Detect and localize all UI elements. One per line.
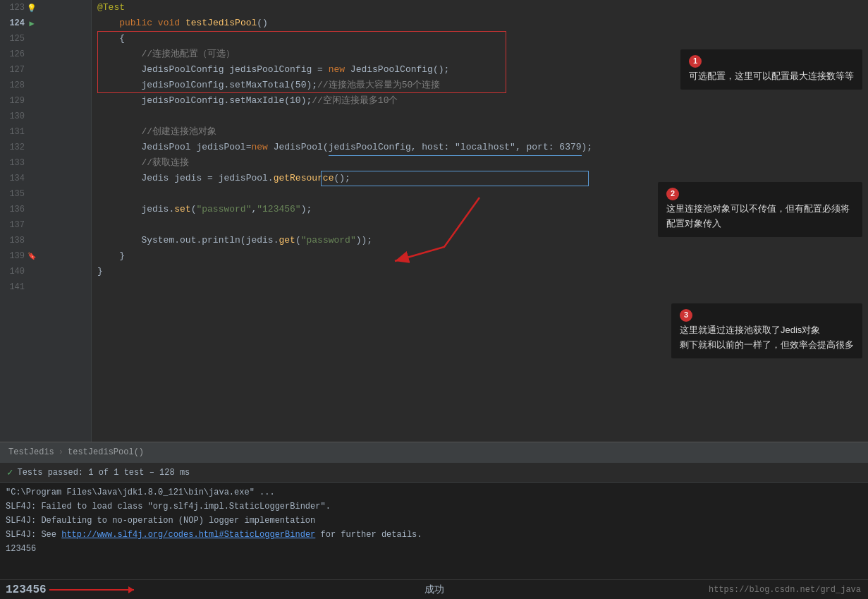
line-num-138: 138	[0, 236, 25, 246]
console-line-5: 123456	[6, 542, 862, 556]
test-passed-icon: ✓	[7, 466, 13, 478]
line-row: 137	[0, 217, 91, 233]
line-numbers: 123 💡 124 ▶ 125 126	[0, 0, 91, 295]
code-token: jedisPoolConfig, host: "localhost", port…	[329, 140, 582, 156]
code-token: @Test	[97, 0, 125, 16]
console-text-prefix: SLF4J: See	[6, 530, 61, 540]
code-token: ));	[356, 233, 372, 248]
success-label: 成功	[424, 583, 444, 596]
line-num-125: 125	[0, 34, 25, 44]
code-line-127: JedisPoolConfig jedisPoolConfig = new Je…	[92, 62, 868, 78]
line-row: 138	[0, 233, 91, 248]
code-token: jedis.	[97, 202, 174, 217]
line-num-137: 137	[0, 220, 25, 230]
line-row: 127	[0, 62, 91, 78]
test-passed-text: Tests passed: 1 of 1 test – 128 ms	[17, 468, 190, 478]
code-line-140: }	[92, 264, 868, 279]
code-token: "password"	[301, 233, 356, 248]
code-token: .println(jedis.	[196, 233, 279, 248]
line-num-124: 124	[0, 18, 25, 28]
line-row: 141	[0, 279, 91, 295]
code-line-141	[92, 279, 868, 295]
code-token: Jedis jedis = jedisPool.	[97, 171, 274, 186]
code-token: //空闲连接最多10个	[312, 93, 398, 109]
console-link[interactable]: http://www.slf4j.org/codes.html#StaticLo…	[61, 530, 315, 540]
line-num-141: 141	[0, 282, 25, 292]
code-line-130	[92, 109, 868, 124]
code-token: (	[191, 202, 197, 217]
result-arrow	[49, 589, 134, 591]
code-token: }	[97, 264, 103, 279]
code-token: {	[97, 31, 125, 47]
breadcrumb-class: TestJedis	[8, 447, 54, 457]
result-value: 123456	[6, 583, 47, 596]
gutter: 123 💡 124 ▶ 125 126	[0, 0, 92, 442]
code-token: JedisPoolConfig jedisPoolConfig =	[97, 62, 329, 78]
breadcrumb-separator: ›	[59, 447, 63, 457]
line-num-139: 139	[0, 251, 25, 261]
bulb-icon: 💡	[25, 4, 39, 13]
code-line-134: Jedis jedis = jedisPool.getResource();	[92, 171, 868, 186]
code-token: set	[174, 202, 190, 217]
code-token: );	[582, 140, 593, 155]
line-row: 136	[0, 202, 91, 217]
line-num-136: 136	[0, 205, 25, 214]
code-line-139: }	[92, 248, 868, 264]
line-row: 124 ▶	[0, 16, 91, 31]
code-token: }	[97, 248, 125, 264]
line-num-132: 132	[0, 143, 25, 152]
line-row: 133	[0, 155, 91, 171]
editor-area: 123 💡 124 ▶ 125 126	[0, 0, 868, 461]
line-num-128: 128	[0, 80, 25, 90]
code-token: get	[279, 233, 295, 248]
line-row: 139 🔖	[0, 248, 91, 264]
line-num-130: 130	[0, 111, 25, 121]
line-num-135: 135	[0, 189, 25, 199]
line-row: 135	[0, 186, 91, 202]
code-token: ();	[334, 171, 350, 186]
code-line-131: //创建连接池对象	[92, 124, 868, 140]
code-token: //连接池最大容量为50个连接	[317, 78, 440, 93]
code-token: System.	[97, 233, 180, 248]
code-token: //创建连接池对象	[97, 124, 216, 140]
line-num-134: 134	[0, 174, 25, 183]
code-line-128: jedisPoolConfig.setMaxTotal(50);//连接池最大容…	[92, 78, 868, 93]
code-token: public	[119, 16, 152, 31]
run-icon[interactable]: ▶	[25, 18, 39, 29]
code-line-132: JedisPool jedisPool=new JedisPool(jedisP…	[92, 140, 868, 155]
line-row: 131	[0, 124, 91, 140]
code-area: @Test public void testJedisPool() { //连接…	[92, 0, 868, 442]
line-num-123: 123	[0, 3, 25, 13]
console-bottom-bar: 123456 成功 https://blog.csdn.net/grd_java	[0, 579, 868, 599]
console-text: SLF4J: Defaulting to no-operation (NOP) …	[6, 516, 315, 526]
code-token	[97, 16, 119, 31]
code-token: "123456"	[257, 202, 300, 217]
line-row: 140	[0, 264, 91, 279]
code-token: new	[329, 62, 345, 78]
code-line-126: //连接池配置（可选）	[92, 47, 868, 62]
code-token: out	[180, 233, 196, 248]
breadcrumb-bar: TestJedis › testJedisPool()	[0, 442, 868, 461]
code-line-129: jedisPoolConfig.setMaxIdle(10);//空闲连接最多1…	[92, 93, 868, 109]
code-token: jedisPoolConfig.setMaxTotal(50);	[97, 78, 317, 93]
console-text: "C:\Program Files\Java\jdk1.8.0_121\bin\…	[6, 488, 275, 497]
code-line-137	[92, 217, 868, 233]
line-row: 130	[0, 109, 91, 124]
console-text-suffix: for further details.	[315, 530, 422, 540]
code-token: JedisPool(	[268, 140, 329, 155]
code-token: ()	[257, 16, 268, 31]
bottom-panel: ✓ Tests passed: 1 of 1 test – 128 ms "C:…	[0, 461, 868, 599]
code-token: getResource	[274, 171, 334, 186]
console-line-2: SLF4J: Failed to load class "org.slf4j.i…	[6, 500, 862, 514]
line-row: 129	[0, 93, 91, 109]
bookmark-icon: 🔖	[25, 252, 39, 260]
line-num-126: 126	[0, 49, 25, 59]
line-row: 128	[0, 78, 91, 93]
line-row: 132	[0, 140, 91, 155]
line-row: 125	[0, 31, 91, 47]
code-line-135	[92, 186, 868, 202]
code-token: "password"	[196, 202, 251, 217]
code-line-125: {	[92, 31, 868, 47]
line-num-131: 131	[0, 127, 25, 137]
console-output: "C:\Program Files\Java\jdk1.8.0_121\bin\…	[0, 483, 868, 579]
